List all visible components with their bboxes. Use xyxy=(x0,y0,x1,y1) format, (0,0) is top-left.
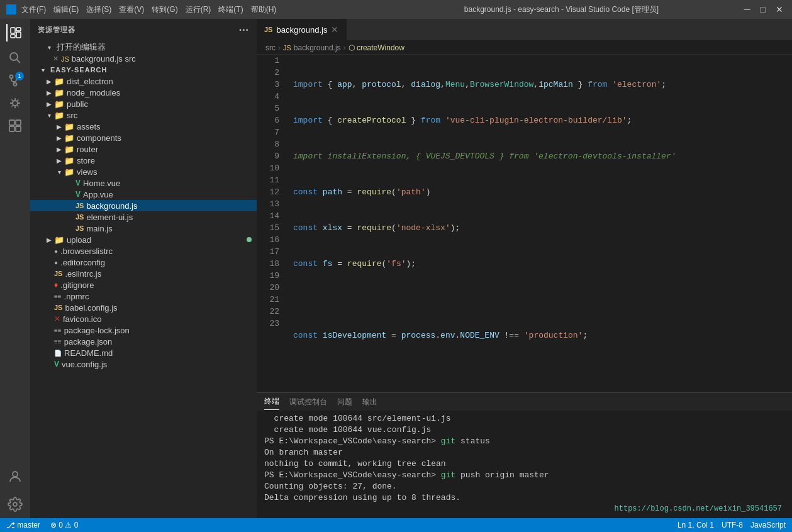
close-button[interactable]: ✕ xyxy=(776,4,783,14)
file-package-lock[interactable]: ▶ ≡≡ package-lock.json xyxy=(30,324,257,336)
status-errors[interactable]: ⊗ 0 ⚠ 0 xyxy=(50,521,78,529)
file-main-js[interactable]: ▶ JS main.js xyxy=(30,223,257,234)
menu-edit[interactable]: 编辑(E) xyxy=(53,4,79,15)
terminal-tab-terminal[interactable]: 终端 xyxy=(264,394,279,410)
js-icon-bg: JS xyxy=(75,202,84,209)
folder-assets[interactable]: ▶ 📁 assets xyxy=(30,121,257,132)
code-line-8: const isDevelopment = process.env.NODE_E… xyxy=(293,330,783,341)
menu-help[interactable]: 帮助(H) xyxy=(251,4,277,15)
folder-store[interactable]: ▶ 📁 store xyxy=(30,155,257,166)
file-eslintrc[interactable]: ▶ JS .eslintrc.js xyxy=(30,268,257,279)
terminal-tab-problems[interactable]: 问题 xyxy=(337,394,352,410)
folder-icon-src: 📁 xyxy=(54,111,64,120)
status-ln-col[interactable]: Ln 1, Col 1 xyxy=(678,521,714,529)
svg-point-15 xyxy=(13,502,17,506)
code-line-9 xyxy=(293,365,783,377)
file-readme[interactable]: ▶ 📄 README.md xyxy=(30,347,257,358)
file-background-js[interactable]: ▶ JS background.js xyxy=(30,200,257,211)
file-vue-config[interactable]: ▶ V vue.config.js xyxy=(30,358,257,370)
activity-accounts[interactable] xyxy=(6,468,24,485)
activity-debug[interactable] xyxy=(6,94,24,112)
term-line-3: PS E:\Workspace_VSCode\easy-search> git … xyxy=(264,436,784,447)
folder-upload[interactable]: ▶ 📁 upload xyxy=(30,234,257,245)
project-name: EASY-SEARCH xyxy=(50,66,107,74)
menu-goto[interactable]: 转到(G) xyxy=(152,4,177,15)
open-editors-label: 打开的编辑器 xyxy=(57,42,106,53)
file-home-vue[interactable]: ▶ V Home.vue xyxy=(30,177,257,189)
svg-rect-11 xyxy=(16,120,21,125)
menu-select[interactable]: 选择(S) xyxy=(86,4,111,15)
tab-background-js[interactable]: JS background.js ✕ xyxy=(257,19,347,40)
menu-file[interactable]: 文件(F) xyxy=(21,4,46,15)
svg-line-5 xyxy=(17,60,21,64)
file-app-vue[interactable]: ▶ V App.vue xyxy=(30,189,257,200)
folder-router[interactable]: ▶ 📁 router xyxy=(30,143,257,155)
open-file-label: background.js src xyxy=(72,54,136,64)
activity-search[interactable] xyxy=(6,49,24,67)
folder-icon-public: 📁 xyxy=(54,99,64,109)
code-container[interactable]: 12345 678910 1112131415 1617181920 21222… xyxy=(257,55,792,392)
activity-source-control[interactable]: 1 xyxy=(6,72,24,89)
readme-icon: 📄 xyxy=(54,350,62,357)
node-label: node_modules xyxy=(67,88,120,97)
file-editorconfig[interactable]: ▶ ● .editorconfig xyxy=(30,257,257,268)
close-open-file-icon[interactable]: ✕ xyxy=(53,55,59,63)
activity-extensions[interactable] xyxy=(6,117,24,135)
sidebar-header: 资源管理器 ⋯ xyxy=(30,19,257,41)
terminal-tab-debug[interactable]: 调试控制台 xyxy=(289,394,327,410)
maximize-button[interactable]: □ xyxy=(761,4,766,14)
status-language[interactable]: JavaScript xyxy=(750,521,786,529)
file-babel-config[interactable]: ▶ JS babel.config.js xyxy=(30,302,257,313)
folder-icon-views: 📁 xyxy=(64,167,74,177)
assets-label: assets xyxy=(77,122,101,131)
views-label: views xyxy=(77,167,98,177)
terminal-tabs: 终端 调试控制台 问题 输出 xyxy=(257,393,792,411)
menu-run[interactable]: 运行(R) xyxy=(186,4,211,15)
project-section[interactable]: ▾ EASY-SEARCH xyxy=(30,64,257,75)
js-icon-open: JS xyxy=(61,55,69,63)
svg-point-4 xyxy=(10,53,18,60)
status-encoding[interactable]: UTF-8 xyxy=(722,521,743,529)
blog-url[interactable]: https://blog.csdn.net/weixin_39541657 xyxy=(615,503,782,514)
tab-close-icon[interactable]: ✕ xyxy=(331,25,338,35)
folder-src[interactable]: ▾ 📁 src xyxy=(30,109,257,121)
breadcrumb-src[interactable]: src xyxy=(265,43,276,52)
folder-public[interactable]: ▶ 📁 public xyxy=(30,98,257,109)
sidebar-more-icon[interactable]: ⋯ xyxy=(238,24,249,36)
file-favicon[interactable]: ▶ ✕ favicon.ico xyxy=(30,313,257,324)
status-branch[interactable]: ⎇ master xyxy=(6,521,40,529)
js-icon-element: JS xyxy=(75,213,84,221)
activity-settings[interactable] xyxy=(6,496,24,513)
breadcrumb-func[interactable]: ⬡ createWindow xyxy=(349,43,404,52)
terminal-tab-output[interactable]: 输出 xyxy=(362,394,377,410)
background-js-label: background.js xyxy=(86,201,137,211)
breadcrumb-file[interactable]: background.js xyxy=(294,43,341,52)
code-line-4: const path = require('path') xyxy=(293,186,783,198)
views-chevron: ▾ xyxy=(54,167,64,177)
status-bar: ⎇ master ⊗ 0 ⚠ 0 Ln 1, Col 1 UTF-8 JavaS… xyxy=(0,518,792,532)
open-editors-section[interactable]: ▾ 打开的编辑器 xyxy=(30,41,257,53)
open-file-background[interactable]: ✕ JS background.js src xyxy=(30,53,257,64)
favicon-label: favicon.ico xyxy=(63,314,101,324)
file-gitignore[interactable]: ▶ ♦ .gitignore xyxy=(30,279,257,291)
terminal-content[interactable]: create mode 100644 src/element-ui.js cre… xyxy=(257,411,792,518)
activity-explorer[interactable] xyxy=(6,24,24,42)
svg-rect-0 xyxy=(11,28,15,33)
gitignore-icon: ♦ xyxy=(54,280,58,289)
file-package-json[interactable]: ▶ ≡≡ package.json xyxy=(30,336,257,347)
folder-views[interactable]: ▾ 📁 views xyxy=(30,166,257,177)
node-chevron: ▶ xyxy=(44,87,54,97)
menu-terminal[interactable]: 终端(T) xyxy=(218,4,243,15)
minimize-button[interactable]: ─ xyxy=(744,4,750,14)
menu-view[interactable]: 查看(V) xyxy=(119,4,144,15)
file-npmrc[interactable]: ▶ ≡≡ .npmrc xyxy=(30,291,257,302)
code-line-7 xyxy=(293,294,783,306)
folder-components[interactable]: ▶ 📁 components xyxy=(30,132,257,143)
file-element-ui-js[interactable]: ▶ JS element-ui.js xyxy=(30,211,257,223)
folder-dist-electron[interactable]: ▶ 📁 dist_electron xyxy=(30,75,257,87)
vscode-icon xyxy=(6,4,16,14)
router-label: router xyxy=(77,145,98,154)
file-browserslistrc[interactable]: ▶ ● .browserslistrc xyxy=(30,245,257,257)
folder-node-modules[interactable]: ▶ 📁 node_modules xyxy=(30,87,257,98)
folder-icon-store: 📁 xyxy=(64,156,74,165)
